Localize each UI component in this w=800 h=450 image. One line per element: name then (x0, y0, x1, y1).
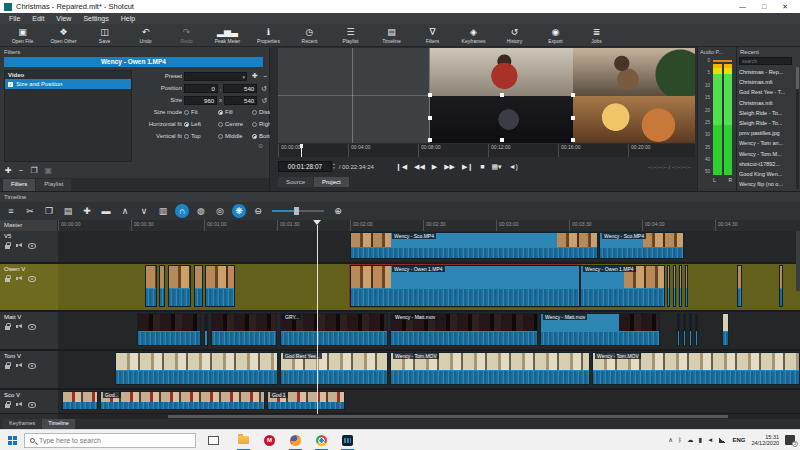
timeline-clip[interactable]: God 1 (267, 391, 345, 410)
resize-handle[interactable] (428, 93, 432, 97)
language-indicator[interactable]: ENG (732, 437, 745, 443)
firefox-button[interactable] (289, 434, 302, 447)
filter-panel-button[interactable]: ✚ (5, 166, 12, 175)
timeline-clip[interactable]: Wency - Matt.mov (540, 313, 660, 346)
lock-icon[interactable] (4, 323, 11, 330)
clock[interactable]: 15:31 24/12/2020 (751, 434, 779, 447)
toolbar-button[interactable]: ◈ Keyframes (453, 24, 494, 46)
resize-handle[interactable] (428, 116, 432, 120)
player-tab[interactable]: Project (314, 177, 349, 187)
toolbar-button[interactable]: ↷ Redo (166, 24, 207, 46)
timeline-tool-button[interactable]: ◍ (194, 204, 208, 218)
timeline-clip[interactable] (115, 352, 278, 385)
timeline-tool-button[interactable]: ▬ (99, 204, 113, 218)
size-height-field[interactable]: 540 (224, 96, 257, 105)
hide-icon[interactable] (28, 362, 35, 369)
preset-delete-button[interactable]: − (263, 73, 267, 80)
time-stepper[interactable]: ▴ ▾ (333, 163, 335, 170)
timeline-clip[interactable]: Wency - Owen 1.MP4 (580, 265, 665, 307)
transport-button[interactable]: ◀◀ (414, 163, 425, 171)
timeline-clip[interactable]: God Rest Yee... (280, 352, 388, 385)
preset-save-button[interactable]: ✚ (252, 72, 258, 80)
timeline-tool-button[interactable]: ✂ (23, 204, 37, 218)
timeline-clip[interactable] (667, 265, 670, 307)
toolbar-button[interactable]: ◉ Export (535, 24, 576, 46)
timeline-tool-button[interactable]: ▥ (156, 204, 170, 218)
filter-panel-button[interactable]: ❐ (30, 166, 37, 175)
timeline-clip[interactable] (145, 265, 157, 307)
position-x-field[interactable]: 0 (184, 84, 218, 93)
stepper-down-icon[interactable]: ▾ (333, 167, 335, 171)
timeline-clip[interactable] (677, 313, 680, 346)
file-explorer-button[interactable] (237, 434, 250, 447)
timeline-clip[interactable]: GRY... (280, 313, 388, 346)
panel-tab[interactable]: Playlist (36, 179, 71, 191)
track-lane[interactable]: GRY... Wency - Matt.mov (58, 312, 800, 349)
track-lane[interactable]: God Rest Yee... Wency - Tom.MOV (58, 351, 800, 388)
reset-position-button[interactable]: ↺ (261, 84, 267, 93)
timeline-ruler[interactable]: Master 00:00:0000:00:3000:01:0000:01:300… (0, 220, 800, 231)
reset-size-button[interactable]: ↺ (261, 96, 267, 105)
timeline-tool-button[interactable]: ❋ (232, 204, 246, 218)
toolbar-button[interactable]: ❖ Open Other (43, 24, 84, 46)
mcafee-button[interactable]: M (263, 434, 276, 447)
preset-dropdown[interactable]: ▾ (184, 72, 247, 81)
toolbar-button[interactable]: ↺ History (494, 24, 535, 46)
player-tab[interactable]: Source (278, 177, 313, 187)
timeline-clip[interactable] (683, 313, 686, 346)
playhead-marker[interactable] (313, 220, 321, 225)
minimize-button[interactable]: — (739, 1, 746, 12)
task-view-button[interactable] (208, 436, 219, 445)
recent-item[interactable]: Good King Wen... (739, 169, 795, 179)
scrollbar-thumb[interactable] (796, 67, 799, 89)
timeline-clip[interactable]: Wency - Tom.MOV (592, 352, 800, 385)
tray-icon[interactable]: ▮ (698, 436, 702, 444)
track-lane[interactable]: God... God 1 (58, 390, 800, 413)
vertical-fit-option[interactable]: Top (184, 133, 218, 139)
resize-handle[interactable] (571, 116, 575, 120)
timeline-clip[interactable]: Wency - Sco.MP4 (350, 232, 598, 259)
timeline-clip[interactable]: Wency - Sco.MP4 (599, 232, 684, 259)
player-playhead[interactable] (301, 144, 302, 157)
tray-icon[interactable]: ᛒ (678, 436, 682, 444)
toolbar-button[interactable]: ▣ Open File (2, 24, 43, 46)
filter-panel-button[interactable]: ▣ (45, 166, 53, 175)
maximize-button[interactable]: □ (762, 1, 766, 12)
menu-item[interactable]: File (3, 15, 26, 22)
video-preview[interactable] (278, 48, 695, 143)
timeline-clip[interactable]: Wency - Tom.MOV (390, 352, 590, 385)
resize-handle[interactable] (428, 138, 432, 142)
recent-item[interactable]: Christmas.mlt (739, 98, 795, 108)
toolbar-button[interactable]: ◫ Save (84, 24, 125, 46)
size-mode-option[interactable]: Fill (218, 109, 252, 115)
transport-button[interactable]: ■ (480, 163, 484, 170)
filter-panel-button[interactable]: − (19, 166, 24, 175)
timeline-tool-button[interactable]: ≡ (4, 204, 18, 218)
recent-item[interactable]: Christmas.mlt (739, 77, 795, 87)
recent-item[interactable]: shotcut-t17892... (739, 159, 795, 169)
timeline-clip[interactable] (137, 313, 201, 346)
recent-scrollbar[interactable] (796, 67, 799, 189)
hide-icon[interactable] (28, 275, 35, 282)
timeline-tool-button[interactable] (270, 204, 326, 218)
hide-icon[interactable] (28, 323, 35, 330)
network-icon[interactable] (719, 437, 726, 443)
timeline-tool-button[interactable]: ✚ (80, 204, 94, 218)
scrollbar-thumb[interactable] (168, 415, 728, 418)
transport-button[interactable]: ▶▶ (444, 163, 455, 171)
chrome-button[interactable] (315, 434, 328, 447)
timeline-clip[interactable] (211, 313, 277, 346)
timeline-clip[interactable] (159, 265, 165, 307)
track-header[interactable]: Sco V (0, 390, 58, 413)
resize-handle[interactable] (571, 93, 575, 97)
close-button[interactable]: ✕ (782, 1, 788, 12)
menu-item[interactable]: View (50, 15, 77, 22)
timeline-clip[interactable] (685, 265, 688, 307)
mute-icon[interactable] (16, 242, 23, 249)
panel-tab[interactable]: Filters (3, 179, 35, 191)
track-header[interactable]: Owen V (0, 264, 58, 310)
recent-item[interactable]: Christmas - Rep... (739, 67, 795, 77)
track-header[interactable]: Matt V (0, 312, 58, 349)
timeline-horizontal-scrollbar[interactable] (58, 414, 800, 419)
horizontal-fit-option[interactable]: Centre (218, 121, 252, 127)
